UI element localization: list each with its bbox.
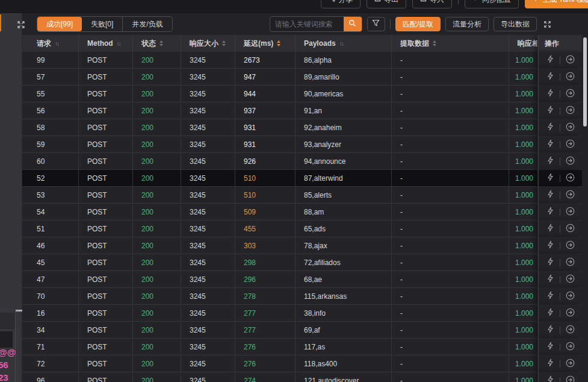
table-row[interactable]: 57POST200324594789,amarillo-1.000: [22, 69, 582, 86]
table-row[interactable]: 34POST200324527769,af-1.000: [22, 322, 582, 339]
table-row[interactable]: 96POST2003245274121,autodiscover-1.000: [22, 372, 582, 382]
table-row[interactable]: 55POST200324594490,americas-1.000: [22, 86, 582, 102]
filter-button[interactable]: [367, 17, 385, 31]
generate-yaml-button[interactable]: 生成 Yaml 模板: [525, 0, 588, 8]
debug-bolt-button[interactable]: [545, 291, 556, 302]
debug-bolt-button[interactable]: [545, 190, 556, 201]
traffic-analysis-button[interactable]: 流量分析: [445, 17, 489, 31]
debug-bolt-button[interactable]: [545, 240, 556, 251]
debug-bolt-button[interactable]: [545, 139, 556, 150]
debug-bolt-button[interactable]: [545, 122, 556, 133]
table-row[interactable]: 99POST2003245267386,alpha-1.000: [22, 52, 582, 69]
open-detail-button[interactable]: [565, 72, 575, 83]
table-row[interactable]: 58POST200324593192,anaheim-1.000: [22, 119, 582, 136]
arrow-right-circle-icon: [566, 105, 575, 116]
fullscreen-icon[interactable]: [542, 19, 552, 30]
open-detail-button[interactable]: [565, 342, 575, 352]
column-label: 状态: [141, 39, 156, 49]
export-button[interactable]: 导出: [367, 0, 406, 8]
sort-carets-icon[interactable]: [433, 40, 436, 46]
debug-bolt-button[interactable]: [545, 55, 556, 66]
debug-bolt-button[interactable]: [545, 274, 556, 285]
import-button[interactable]: 导入: [412, 0, 452, 8]
table-row[interactable]: 47POST200324529668,ae-1.000: [22, 271, 582, 288]
column-header-status[interactable]: 状态: [133, 35, 181, 52]
open-detail-button[interactable]: [565, 291, 575, 302]
debug-bolt-button[interactable]: [545, 375, 556, 382]
debug-bolt-button[interactable]: [545, 105, 556, 116]
search-button[interactable]: [344, 17, 362, 31]
open-detail-button[interactable]: [565, 257, 575, 268]
column-header-method[interactable]: Method↑↓: [79, 35, 133, 52]
debug-bolt-button[interactable]: [545, 224, 556, 234]
open-detail-button[interactable]: [565, 308, 575, 319]
vertical-scrollbar[interactable]: [582, 35, 588, 382]
debug-bolt-button[interactable]: [545, 325, 556, 336]
sort-carets-icon[interactable]: [222, 40, 226, 46]
column-header-latency[interactable]: 延迟(ms): [235, 35, 296, 52]
tab-failed[interactable]: 失败[0]: [82, 17, 122, 31]
scrollbar-thumb[interactable]: [583, 37, 587, 127]
tab-success[interactable]: 成功[99]: [37, 17, 82, 31]
open-detail-button[interactable]: [565, 240, 575, 251]
open-detail-button[interactable]: [565, 325, 575, 336]
open-detail-button[interactable]: [565, 156, 575, 167]
table-row[interactable]: 56POST200324593791,an-1.000: [22, 102, 582, 119]
column-header-request[interactable]: 请求↑↓: [22, 35, 79, 52]
debug-bolt-button[interactable]: [545, 156, 556, 167]
payloads-cell: 92,anaheim: [296, 119, 392, 136]
debug-bolt-button[interactable]: [545, 308, 556, 319]
table-row[interactable]: 71POST2003245276117,as-1.000: [22, 339, 582, 355]
tab-concurrency[interactable]: 并发/负载: [122, 17, 172, 31]
search-input[interactable]: [270, 17, 344, 31]
table-row[interactable]: 16POST200324527738,info-1.000: [22, 305, 582, 322]
column-header-payloads[interactable]: Payloads↑↓: [296, 35, 392, 52]
open-detail-button[interactable]: [565, 122, 575, 133]
column-header-extracted[interactable]: 提取数据: [392, 35, 509, 52]
table-row[interactable]: 46POST200324530378,ajax-1.000: [22, 237, 582, 254]
debug-bolt-button[interactable]: [545, 89, 556, 99]
sort-carets-icon[interactable]: [159, 40, 163, 46]
table-row[interactable]: 52POST200324551087,alterwind-1.000: [22, 170, 582, 187]
table-row[interactable]: 54POST200324550988,am-1.000: [22, 204, 582, 221]
table-row[interactable]: 51POST200324545565,ads-1.000: [22, 221, 582, 237]
match-extract-button[interactable]: 匹配/提取: [395, 17, 441, 31]
export-data-button[interactable]: 导出数据: [494, 17, 537, 31]
request-cell: 58: [22, 119, 79, 136]
open-detail-button[interactable]: [565, 375, 575, 382]
open-detail-button[interactable]: [565, 173, 575, 184]
open-detail-button[interactable]: [565, 190, 575, 201]
open-detail-button[interactable]: [565, 224, 575, 234]
panel-expand-icon[interactable]: [16, 20, 26, 30]
table-row[interactable]: 59POST200324593193,analyzer-1.000: [22, 136, 582, 153]
open-detail-button[interactable]: [565, 55, 575, 66]
open-detail-button[interactable]: [565, 274, 575, 285]
debug-bolt-button[interactable]: [545, 359, 556, 369]
open-detail-button[interactable]: [565, 139, 575, 150]
column-label: Payloads: [304, 39, 336, 48]
sort-arrows-icon[interactable]: ↑↓: [117, 40, 120, 47]
table-row[interactable]: 53POST200324551085,alerts-1.000: [22, 187, 582, 204]
debug-bolt-button[interactable]: [545, 257, 556, 268]
debug-bolt-button[interactable]: [545, 173, 556, 184]
table-row[interactable]: 72POST2003245276118,as400-1.000: [22, 355, 582, 372]
table-row[interactable]: 60POST200324592694,announce-1.000: [22, 153, 582, 170]
open-detail-button[interactable]: [565, 359, 575, 369]
table-row[interactable]: 45POST200324529872,afiliados-1.000: [22, 254, 582, 271]
open-detail-button[interactable]: [565, 89, 575, 99]
open-detail-button[interactable]: [565, 105, 575, 116]
latency-cell: 2673: [235, 52, 296, 68]
debug-bolt-button[interactable]: [545, 342, 556, 352]
open-detail-button[interactable]: [565, 207, 575, 218]
table-row[interactable]: 70POST2003245278115,arkansas-1.000: [22, 288, 582, 305]
sort-carets-icon[interactable]: [277, 40, 280, 46]
sync-config-button[interactable]: 同步配置: [465, 0, 519, 8]
sort-arrows-icon[interactable]: ↑↓: [339, 40, 343, 47]
debug-bolt-button[interactable]: [545, 207, 556, 218]
latency-cell: 931: [235, 119, 296, 136]
debug-bolt-button[interactable]: [545, 72, 556, 83]
actions-cell: [538, 271, 582, 287]
sort-arrows-icon[interactable]: ↑↓: [55, 40, 58, 47]
share-button[interactable]: 分享: [321, 0, 361, 8]
column-header-size[interactable]: 响应大小: [181, 35, 235, 52]
